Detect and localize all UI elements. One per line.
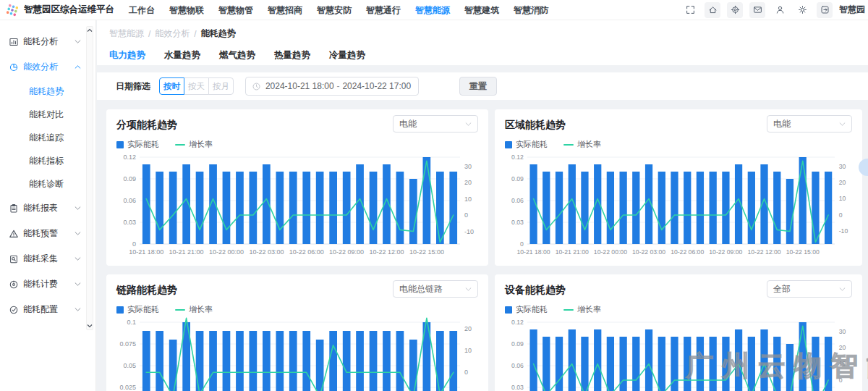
chart-card-1: 区域能耗趋势电能实际能耗增长率00.030.060.090.12-1001020… — [495, 109, 862, 266]
sidebar-subitem-1-0[interactable]: 能耗趋势 — [0, 80, 95, 103]
sidebar-item-0[interactable]: 能耗分析 — [0, 29, 95, 54]
legend-item-bar[interactable]: 实际能耗 — [505, 304, 548, 315]
nav-item-1[interactable]: 智慧物联 — [162, 0, 211, 20]
svg-text:10: 10 — [839, 195, 846, 202]
date-range-end[interactable]: 2024-10-22 17:00 — [341, 81, 413, 91]
svg-text:10-22 03:00: 10-22 03:00 — [249, 248, 284, 256]
legend-item-line[interactable]: 增长率 — [563, 304, 601, 315]
sidebar-item-2[interactable]: 能耗报表 — [0, 196, 95, 221]
svg-text:10-22 06:00: 10-22 06:00 — [289, 248, 324, 256]
svg-text:0: 0 — [464, 211, 468, 219]
date-mode-2[interactable]: 按月 — [208, 77, 234, 95]
chart-select-0[interactable]: 电能 — [393, 115, 478, 133]
pie-chart-icon — [9, 62, 19, 72]
logout-icon[interactable] — [817, 2, 833, 18]
chart-canvas[interactable]: 00.030.060.090.12-10010203010-21 18:0010… — [116, 151, 478, 257]
svg-text:0: 0 — [464, 369, 468, 376]
sidebar-subitem-1-2[interactable]: 能耗追踪 — [0, 126, 95, 149]
svg-text:10-22 00:00: 10-22 00:00 — [594, 248, 627, 256]
svg-text:-10: -10 — [839, 227, 848, 235]
user-icon[interactable] — [772, 2, 788, 18]
legend-item-line[interactable]: 增长率 — [175, 139, 213, 150]
legend-item-bar[interactable]: 实际能耗 — [505, 139, 548, 150]
sidebar-menu: 能耗分析能效分析能耗趋势能耗对比能耗追踪能耗指标能耗诊断能耗报表能耗预警能耗采集… — [0, 20, 95, 322]
sidebar-item-6[interactable]: 能耗配置 — [0, 297, 95, 322]
legend-item-bar[interactable]: 实际能耗 — [116, 139, 159, 150]
chart-card-0: 分项能耗趋势电能实际能耗增长率00.030.060.090.12-1001020… — [106, 109, 488, 266]
sidebar-item-3[interactable]: 能耗预警 — [0, 221, 95, 246]
svg-text:0.1: 0.1 — [127, 319, 136, 326]
svg-text:10-21 21:00: 10-21 21:00 — [169, 248, 204, 256]
nav-item-3[interactable]: 智慧招商 — [260, 0, 310, 20]
svg-text:20: 20 — [839, 344, 846, 351]
nav-item-5[interactable]: 智慧通行 — [359, 0, 408, 20]
tab-0[interactable]: 电力趋势 — [109, 49, 145, 64]
settings-gear-icon[interactable] — [727, 2, 743, 18]
breadcrumb-item-0[interactable]: 智慧能源 — [109, 28, 144, 40]
bar-chart-icon — [9, 37, 19, 47]
svg-text:0.06: 0.06 — [123, 197, 136, 204]
svg-text:0.06: 0.06 — [511, 197, 524, 204]
fullscreen-icon[interactable] — [682, 2, 698, 18]
date-range-picker[interactable]: 2024-10-21 18:00 - 2024-10-22 17:00 — [245, 77, 419, 96]
reset-button[interactable]: 重置 — [459, 77, 497, 96]
svg-text:0.09: 0.09 — [123, 175, 136, 182]
sidebar-item-5[interactable]: 能耗计费 — [0, 272, 95, 297]
report-icon — [9, 203, 19, 214]
chart-select-2[interactable]: 电能总链路 — [393, 280, 478, 298]
clock-icon — [252, 82, 261, 91]
chart-legend-1: 实际能耗增长率 — [505, 139, 852, 150]
charts-grid: 分项能耗趋势电能实际能耗增长率00.030.060.090.12-1001020… — [97, 109, 868, 391]
sidebar-subitem-1-3[interactable]: 能耗指标 — [0, 149, 95, 172]
sidebar-scrollbar[interactable] — [86, 26, 93, 330]
tab-1[interactable]: 水量趋势 — [164, 49, 200, 64]
chart-legend-2: 实际能耗增长率 — [116, 304, 478, 315]
svg-text:10-22 15:00: 10-22 15:00 — [786, 248, 820, 256]
sidebar-item-1[interactable]: 能效分析 — [0, 54, 95, 80]
svg-text:0.09: 0.09 — [511, 175, 524, 182]
mail-icon[interactable] — [749, 2, 765, 18]
tab-2[interactable]: 燃气趋势 — [219, 49, 255, 64]
chart-canvas[interactable]: 00.030.060.090.12-10010203010-21 18:0010… — [505, 151, 852, 257]
legend-item-line[interactable]: 增长率 — [563, 139, 601, 150]
legend-bar-marker — [116, 306, 124, 314]
svg-text:0.06: 0.06 — [511, 362, 524, 369]
legend-line-marker — [175, 144, 185, 146]
scroll-up-icon[interactable] — [87, 28, 93, 33]
nav-item-4[interactable]: 智慧安防 — [310, 0, 359, 20]
date-range-start[interactable]: 2024-10-21 18:00 — [264, 81, 336, 91]
nav-item-0[interactable]: 工作台 — [122, 0, 162, 20]
legend-item-line[interactable]: 增长率 — [175, 304, 213, 315]
scroll-down-icon[interactable] — [87, 324, 93, 328]
nav-item-6[interactable]: 智慧能源 — [408, 0, 457, 20]
breadcrumb-separator: / — [148, 29, 150, 39]
svg-text:30: 30 — [839, 327, 846, 335]
tab-4[interactable]: 冷量趋势 — [329, 49, 365, 64]
svg-text:0.03: 0.03 — [123, 219, 136, 226]
chart-card-2: 链路能耗趋势电能总链路实际能耗增长率00.0250.050.0750.1-100… — [106, 274, 488, 391]
nav-item-8[interactable]: 智慧消防 — [506, 0, 556, 20]
svg-text:10-22 12:00: 10-22 12:00 — [369, 248, 404, 256]
brightness-icon[interactable] — [794, 2, 810, 18]
sidebar-subitem-1-4[interactable]: 能耗诊断 — [0, 172, 95, 196]
breadcrumb-item-1[interactable]: 能效分析 — [155, 28, 190, 40]
chart-canvas[interactable]: 00.0250.050.0750.1-100102010-21 18:0010-… — [116, 316, 478, 391]
navbar-user-text[interactable]: 智慧园 — [839, 4, 868, 16]
tab-3[interactable]: 热量趋势 — [274, 49, 310, 64]
svg-text:0.12: 0.12 — [511, 319, 524, 326]
date-mode-0[interactable]: 按时 — [159, 77, 184, 95]
home-icon[interactable] — [705, 2, 720, 18]
date-filter-label: 日期筛选 — [116, 80, 150, 93]
sidebar-item-4[interactable]: 能耗采集 — [0, 246, 95, 272]
sidebar-subitem-1-1[interactable]: 能耗对比 — [0, 103, 95, 126]
svg-text:20: 20 — [839, 179, 846, 186]
chart-canvas[interactable]: 00.030.060.090.12-10010203010-21 18:0010… — [505, 316, 852, 391]
date-mode-1[interactable]: 按天 — [184, 77, 209, 95]
svg-text:10-22 00:00: 10-22 00:00 — [209, 248, 244, 256]
legend-item-bar[interactable]: 实际能耗 — [116, 304, 159, 315]
chart-select-1[interactable]: 电能 — [767, 115, 852, 133]
nav-item-7[interactable]: 智慧建筑 — [457, 0, 506, 20]
chevron-down-icon — [465, 287, 472, 292]
nav-item-2[interactable]: 智慧物管 — [211, 0, 260, 20]
chart-select-3[interactable]: 全部 — [767, 280, 852, 298]
